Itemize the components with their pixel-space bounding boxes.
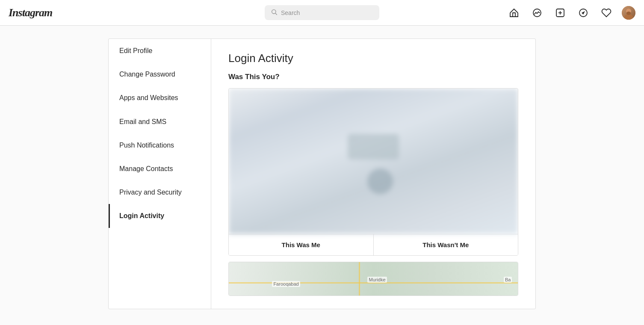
login-activity-card-1: This Was Me This Wasn't Me [228,88,518,256]
messenger-icon[interactable] [529,5,545,21]
this-wasnt-me-button[interactable]: This Wasn't Me [374,234,518,255]
sidebar-item-login-activity[interactable]: Login Activity [109,204,211,228]
profile-avatar[interactable] [622,6,635,20]
sidebar-item-edit-profile[interactable]: Edit Profile [109,39,211,62]
search-input[interactable] [281,9,373,16]
sidebar-item-manage-contacts[interactable]: Manage Contacts [109,157,211,180]
content-area: Login Activity Was This You? This Was Me… [211,39,535,309]
search-icon [271,9,278,17]
svg-line-1 [275,13,277,15]
settings-sidebar: Edit Profile Change Password Apps and We… [109,39,211,309]
search-bar [265,5,379,20]
login-activity-card-2: Farooqabad Muridke Ba [228,262,518,296]
map-blurred-overlay [229,89,518,234]
svg-point-10 [626,12,631,15]
settings-container: Edit Profile Change Password Apps and We… [108,38,536,309]
map-action-bar: This Was Me This Wasn't Me [229,234,518,255]
map-road-vertical [359,262,360,295]
svg-point-0 [272,10,276,14]
sidebar-item-apps-websites[interactable]: Apps and Websites [109,86,211,109]
instagram-logo[interactable]: Instagram [9,6,52,19]
page-title: Login Activity [228,52,518,65]
sidebar-item-push-notifications[interactable]: Push Notifications [109,133,211,157]
map-label-muridke: Muridke [367,277,387,283]
this-was-me-button[interactable]: This Was Me [229,234,373,255]
sidebar-item-change-password[interactable]: Change Password [109,62,211,86]
was-this-you-label: Was This You? [228,73,518,81]
sidebar-item-email-sms[interactable]: Email and SMS [109,110,211,133]
header: Instagram [0,0,644,26]
map-partial-bg: Farooqabad Muridke Ba [229,262,518,295]
map-label-farooqabad: Farooqabad [272,281,300,287]
map-label-ba: Ba [504,277,512,283]
header-nav-icons [506,5,635,21]
explore-icon[interactable] [576,5,591,21]
create-icon[interactable] [552,5,568,21]
home-icon[interactable] [506,5,522,21]
heart-icon[interactable] [599,5,614,21]
svg-marker-7 [582,11,585,15]
sidebar-item-privacy-security[interactable]: Privacy and Security [109,180,211,204]
